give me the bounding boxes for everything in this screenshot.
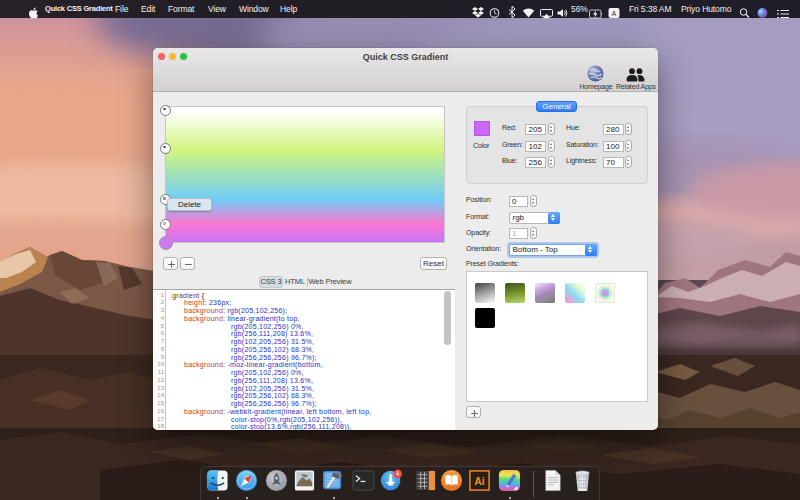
svg-text:Ai: Ai bbox=[474, 475, 485, 487]
svg-text:4: 4 bbox=[396, 470, 400, 477]
svg-text:A: A bbox=[612, 9, 617, 16]
